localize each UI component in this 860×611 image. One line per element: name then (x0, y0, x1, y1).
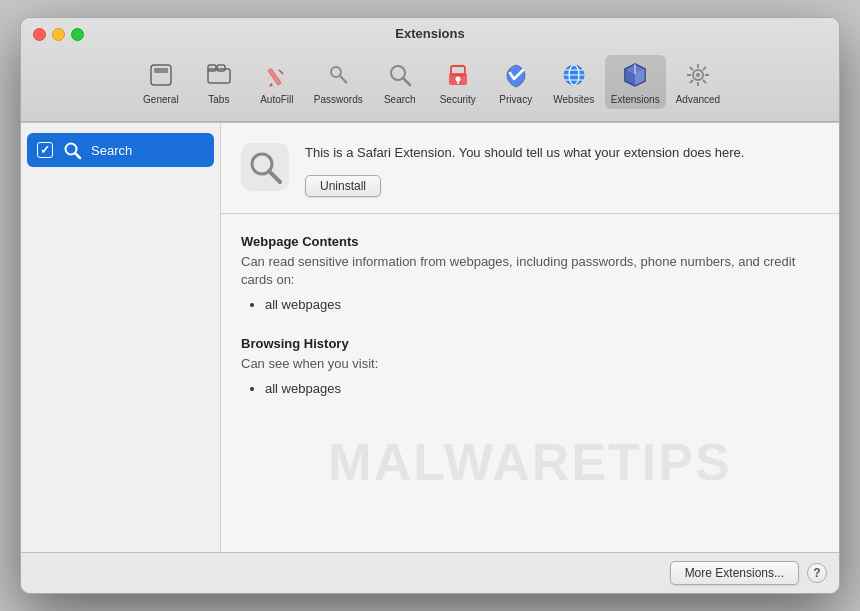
svg-line-6 (279, 70, 283, 74)
general-icon (145, 59, 177, 91)
permission-webpage-title: Webpage Contents (241, 234, 819, 249)
svg-rect-4 (217, 65, 225, 71)
minimize-button[interactable] (52, 28, 65, 41)
ext-large-icon (241, 143, 289, 191)
websites-label: Websites (553, 94, 594, 105)
uninstall-button[interactable]: Uninstall (305, 175, 381, 197)
main-content: ✓ Search MALWARETIPS (21, 122, 839, 552)
advanced-label: Advanced (676, 94, 720, 105)
help-button[interactable]: ? (807, 563, 827, 583)
websites-icon (558, 59, 590, 91)
permission-history-list: all webpages (241, 379, 819, 400)
security-label: Security (440, 94, 476, 105)
sidebar-item-search-ext[interactable]: ✓ Search (27, 133, 214, 167)
toolbar-extensions[interactable]: Extensions (605, 55, 666, 109)
toolbar-websites[interactable]: Websites (547, 55, 601, 109)
permission-webpage-list: all webpages (241, 295, 819, 316)
detail-pane: MALWARETIPS This is a Safari Extension. … (221, 123, 839, 552)
extensions-label: Extensions (611, 94, 660, 105)
close-button[interactable] (33, 28, 46, 41)
svg-point-23 (696, 73, 700, 77)
title-bar: Extensions General (21, 18, 839, 122)
toolbar-search[interactable]: Search (373, 55, 427, 109)
svg-rect-1 (154, 68, 168, 73)
svg-line-11 (403, 78, 410, 85)
svg-line-30 (703, 67, 706, 70)
ext-small-icon (61, 139, 83, 161)
privacy-label: Privacy (499, 94, 532, 105)
autofill-label: AutoFill (260, 94, 293, 105)
search-label: Search (384, 94, 416, 105)
maximize-button[interactable] (71, 28, 84, 41)
ext-description: This is a Safari Extension. You should t… (305, 143, 819, 163)
security-icon (442, 59, 474, 91)
toolbar-autofill[interactable]: AutoFill (250, 55, 304, 109)
extensions-icon (619, 59, 651, 91)
extension-checkbox[interactable]: ✓ (37, 142, 53, 158)
bottom-bar: More Extensions... ? (21, 552, 839, 593)
toolbar-security[interactable]: Security (431, 55, 485, 109)
ext-info: This is a Safari Extension. You should t… (305, 143, 819, 197)
safari-preferences-window: Extensions General (20, 17, 840, 594)
extension-header: This is a Safari Extension. You should t… (221, 123, 839, 214)
tabs-icon (203, 59, 235, 91)
general-label: General (143, 94, 179, 105)
toolbar-privacy[interactable]: Privacy (489, 55, 543, 109)
watermark: MALWARETIPS (328, 432, 731, 492)
passwords-icon (322, 59, 354, 91)
privacy-icon (500, 59, 532, 91)
advanced-icon (682, 59, 714, 91)
permissions-section: Webpage Contents Can read sensitive info… (221, 214, 839, 440)
svg-line-35 (269, 171, 280, 182)
svg-rect-3 (208, 65, 216, 71)
permission-webpage-item-0: all webpages (265, 295, 819, 316)
sidebar: ✓ Search (21, 123, 221, 552)
svg-line-29 (703, 80, 706, 83)
window-title: Extensions (395, 26, 464, 41)
permission-webpage-desc: Can read sensitive information from webp… (241, 253, 819, 289)
search-icon (384, 59, 416, 91)
svg-line-33 (75, 153, 80, 158)
traffic-lights (33, 28, 84, 41)
svg-point-14 (455, 77, 460, 82)
permission-history-item-0: all webpages (265, 379, 819, 400)
svg-point-7 (331, 67, 341, 77)
permission-history-title: Browsing History (241, 336, 819, 351)
tabs-label: Tabs (208, 94, 229, 105)
svg-line-31 (690, 80, 693, 83)
svg-line-28 (690, 67, 693, 70)
permission-history-desc: Can see when you visit: (241, 355, 819, 373)
sidebar-item-label: Search (91, 143, 132, 158)
autofill-icon (261, 59, 293, 91)
toolbar-general[interactable]: General (134, 55, 188, 109)
permission-webpage-contents: Webpage Contents Can read sensitive info… (241, 234, 819, 316)
more-extensions-button[interactable]: More Extensions... (670, 561, 799, 585)
toolbar-tabs[interactable]: Tabs (192, 55, 246, 109)
toolbar-advanced[interactable]: Advanced (670, 55, 726, 109)
toolbar-passwords[interactable]: Passwords (308, 55, 369, 109)
toolbar: General Tabs (126, 49, 734, 117)
passwords-label: Passwords (314, 94, 363, 105)
checkmark-icon: ✓ (40, 143, 50, 157)
permission-browsing-history: Browsing History Can see when you visit:… (241, 336, 819, 400)
